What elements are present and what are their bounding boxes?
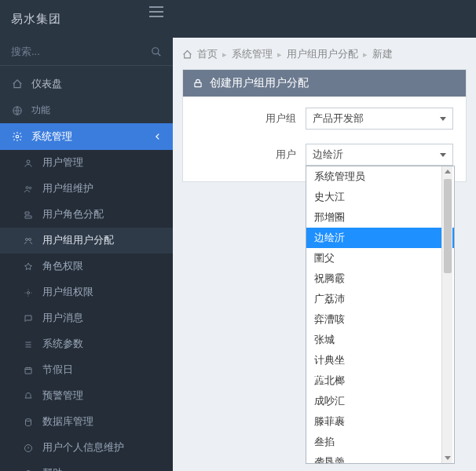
sidebar-sub-item-label: 帮助: [42, 467, 63, 471]
panel-title: 创建用户组用户分配: [210, 76, 309, 90]
sidebar-search: [0, 38, 173, 66]
dropdown-option[interactable]: 邢增圈: [306, 207, 454, 228]
menu-item-icon: [22, 442, 35, 455]
sidebar-sub-item[interactable]: 帮助: [0, 461, 173, 471]
sidebar-sub-item-label: 系统参数: [42, 338, 83, 351]
breadcrumb-sep: ▸: [363, 49, 368, 60]
form-row-user: 用户 边绘沂 系统管理员史大江邢增圈边绘沂圛父祝腾霰广荔沛弈漕咳张城计典坐蕋北榔…: [196, 144, 453, 166]
sidebar-sub-item[interactable]: 数据库管理: [0, 409, 173, 435]
dashboard-icon: [11, 78, 24, 90]
sidebar-section-features: 功能: [0, 97, 173, 123]
sidebar-sub-item[interactable]: 用户个人信息维护: [0, 435, 173, 461]
svg-point-11: [26, 418, 31, 421]
sidebar-sub-item-label: 预警管理: [42, 389, 83, 403]
breadcrumb-item[interactable]: 首页: [197, 47, 218, 61]
sidebar-submenu-sysmgmt: 用户管理用户组维护用户角色分配用户组用户分配角色权限用户组权限用户消息系统参数节…: [0, 150, 173, 471]
dropdown-option[interactable]: 成吵汇: [306, 391, 454, 411]
menu-item-icon: [22, 287, 35, 299]
group-select[interactable]: 产品开发部: [306, 108, 453, 130]
sidebar-sub-item[interactable]: 用户消息: [0, 305, 173, 331]
svg-line-1: [158, 53, 161, 56]
sidebar-sub-item-label: 数据库管理: [42, 415, 93, 429]
scroll-down-icon[interactable]: [445, 456, 451, 460]
svg-rect-10: [25, 367, 31, 374]
search-input[interactable]: [11, 46, 121, 57]
sidebar-sub-item[interactable]: 用户组维护: [0, 176, 173, 202]
sidebar-sub-item[interactable]: 角色权限: [0, 254, 173, 279]
sidebar-sub-item-label: 用户角色分配: [42, 208, 104, 221]
dropdown-option[interactable]: 张城: [306, 330, 454, 350]
svg-point-5: [26, 186, 28, 188]
sidebar-sub-item-label: 节假日: [42, 363, 73, 377]
dropdown-option[interactable]: 计典坐: [306, 350, 454, 371]
sidebar-sub-item-label: 用户组权限: [42, 286, 93, 299]
dropdown-option[interactable]: 边绘沂: [306, 228, 454, 248]
caret-down-icon: [440, 153, 446, 157]
sidebar-sub-item[interactable]: 用户管理: [0, 150, 173, 176]
svg-point-9: [27, 291, 30, 294]
breadcrumb-sep: ▸: [222, 49, 227, 60]
menu-item-icon: [22, 312, 35, 325]
svg-point-0: [152, 47, 159, 53]
svg-point-6: [29, 187, 31, 189]
dropdown-option[interactable]: 史大江: [306, 187, 454, 207]
sidebar-sub-item[interactable]: 用户组权限: [0, 279, 173, 305]
sidebar-sub-item[interactable]: 预警管理: [0, 383, 173, 409]
sidebar-sub-item-label: 用户管理: [42, 156, 83, 170]
dropdown-option[interactable]: 弈漕咳: [306, 309, 454, 330]
svg-rect-14: [195, 82, 201, 86]
sidebar-item-sysmgmt[interactable]: 系统管理: [0, 123, 173, 150]
menu-item-icon: [22, 157, 35, 170]
breadcrumb-item[interactable]: 系统管理: [232, 47, 273, 61]
sidebar-sub-item[interactable]: 系统参数: [0, 331, 173, 357]
home-icon[interactable]: [182, 49, 192, 60]
form-label-user: 用户: [196, 148, 306, 162]
svg-point-8: [29, 238, 31, 240]
panel-header: 创建用户组用户分配: [183, 70, 466, 97]
dropdown-option[interactable]: 蕋北榔: [306, 371, 454, 391]
caret-down-icon: [440, 117, 446, 121]
sidebar-toggle-icon[interactable]: [149, 11, 163, 13]
sidebar-sub-item-label: 用户个人信息维护: [42, 441, 124, 455]
sidebar-item-dashboard[interactable]: 仪表盘: [0, 71, 173, 97]
menu-item-icon: [22, 235, 35, 247]
search-icon[interactable]: [151, 46, 162, 57]
user-select[interactable]: 边绘沂: [306, 144, 453, 166]
breadcrumb-item[interactable]: 用户组用户分配: [287, 47, 358, 61]
dropdown-option[interactable]: 袭恳羮: [306, 452, 454, 464]
form-panel: 创建用户组用户分配 用户组 产品开发部 用户 边绘沂: [182, 69, 467, 182]
dropdown-option[interactable]: 圛父: [306, 248, 454, 268]
sidebar-sub-item[interactable]: 节假日: [0, 357, 173, 383]
sidebar-sub-item[interactable]: 用户组用户分配: [0, 228, 173, 254]
dropdown-option[interactable]: 祝腾霰: [306, 268, 454, 289]
sidebar-sub-item[interactable]: 用户角色分配: [0, 202, 173, 228]
menu-item-icon: [22, 468, 35, 472]
sidebar-section-label: 功能: [31, 104, 50, 117]
menu-item-icon: [22, 364, 35, 377]
menu-item-icon: [22, 338, 35, 351]
cogs-icon: [11, 130, 24, 143]
scroll-up-icon[interactable]: [445, 170, 451, 173]
menu-item-icon: [22, 261, 35, 273]
form-label-group: 用户组: [196, 111, 306, 126]
dropdown-option[interactable]: 系统管理员: [306, 166, 454, 187]
menu-item-icon: [22, 183, 35, 195]
breadcrumb-item: 新建: [372, 47, 393, 61]
dropdown-scrollbar[interactable]: [441, 166, 452, 463]
sidebar-item-label: 系统管理: [31, 130, 72, 144]
dropdown-option[interactable]: 广荔沛: [306, 289, 454, 309]
svg-point-7: [26, 238, 28, 240]
topbar: 易水集团: [0, 0, 476, 38]
scroll-thumb[interactable]: [444, 179, 452, 273]
group-select-value: 产品开发部: [313, 111, 364, 126]
sidebar-sub-item-label: 用户组用户分配: [42, 234, 114, 247]
menu-item-icon: [22, 416, 35, 429]
dropdown-option[interactable]: 叁掐: [306, 432, 454, 452]
user-dropdown[interactable]: 系统管理员史大江邢增圈边绘沂圛父祝腾霰广荔沛弈漕咳张城计典坐蕋北榔成吵汇滕菲裹叁…: [306, 166, 455, 464]
brand-title: 易水集团: [11, 12, 61, 27]
dropdown-option[interactable]: 滕菲裹: [306, 411, 454, 432]
sidebar-sub-item-label: 角色权限: [42, 260, 83, 273]
form-row-group: 用户组 产品开发部: [196, 108, 453, 130]
sidebar-item-label: 仪表盘: [31, 77, 62, 91]
main-content: 首页 ▸ 系统管理 ▸ 用户组用户分配 ▸ 新建 创建用户组用户分配 用户组 产…: [173, 38, 476, 471]
